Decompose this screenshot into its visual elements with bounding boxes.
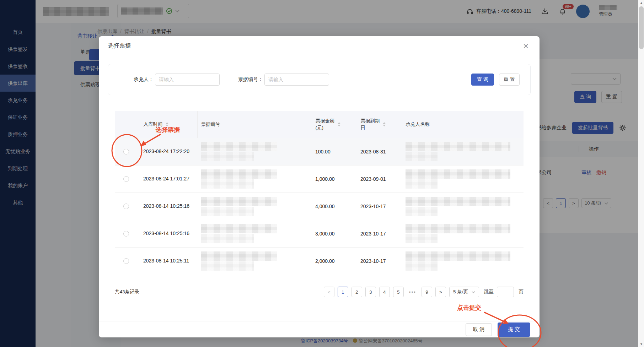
redacted-bill-number	[201, 234, 254, 243]
scrollbar-thumb[interactable]	[639, 6, 644, 49]
redacted-acceptor-name	[406, 224, 510, 233]
bill-radio-cell	[115, 138, 140, 165]
bill-time-cell: 2023-08-14 10:25:16	[140, 220, 197, 247]
next-page-button[interactable]: >	[435, 287, 446, 297]
bill-number-cell	[197, 220, 312, 247]
modal-pagination-row: 共43条记录 <12345•••9>5 条/页跳至页	[115, 287, 524, 297]
bill-radio[interactable]	[123, 176, 129, 182]
redacted-bill-number	[201, 207, 254, 216]
sort-caret-icon[interactable]	[383, 122, 386, 126]
bill-number-cell	[197, 138, 312, 165]
redacted-bill-number	[201, 261, 254, 271]
bill-radio[interactable]	[123, 258, 129, 264]
page-button-3[interactable]: 3	[365, 287, 376, 297]
redacted-acceptor-name	[406, 179, 438, 189]
bill-time-cell: 2023-08-14 10:25:11	[140, 247, 197, 275]
redacted-bill-number	[201, 224, 277, 233]
page-button-2[interactable]: 2	[351, 287, 362, 297]
scroll-up-arrow[interactable]: ▲	[638, 0, 644, 6]
jump-unit-label: 页	[519, 289, 524, 295]
bill-due-date-cell: 2023-10-17	[357, 247, 402, 275]
redacted-acceptor-name	[406, 207, 438, 216]
page-button-1[interactable]: 1	[338, 287, 348, 297]
bill-number-cell	[197, 165, 312, 193]
prev-page-button[interactable]: <	[324, 287, 334, 297]
due-date-column-header[interactable]: 票据到期日	[357, 111, 402, 138]
page-button-9[interactable]: 9	[422, 287, 432, 297]
modal-query-button[interactable]: 查 询	[471, 74, 494, 86]
bill-time: 2023-08-14 10:25:16	[143, 230, 197, 237]
amount-column-header[interactable]: 票据金额(元)	[312, 111, 357, 138]
bill-amount-cell: 3,000.00	[312, 220, 357, 247]
bill-radio[interactable]	[123, 204, 129, 209]
select-bill-modal: 选择票据 ✕ 承兑人： 票据编号： 查 询 重 置 入库时间 票据编号 票据金额…	[99, 36, 540, 337]
bill-amount-cell: 1,000.00	[312, 165, 357, 193]
scrollbar[interactable]: ▲ ▼	[638, 0, 644, 347]
bill-amount-cell: 2,000.00	[312, 247, 357, 275]
total-records-text: 共43条记录	[115, 289, 139, 295]
bill-acceptor-cell	[402, 247, 524, 275]
redacted-acceptor-name	[406, 197, 510, 206]
modal-reset-button[interactable]: 重 置	[499, 74, 520, 86]
bill-row: 2023-08-14 10:25:163,000.002023-10-17	[115, 220, 524, 247]
bill-row: 2023-08-24 17:22:20100.002023-08-31	[115, 138, 524, 165]
bill-radio-cell	[115, 220, 140, 247]
bill-row: 2023-08-24 17:01:271,000.002023-09-01	[115, 165, 524, 193]
bill-number-cell	[197, 247, 312, 275]
page-ellipsis: •••	[407, 287, 418, 297]
bill-number-cell	[197, 193, 312, 220]
acceptor-label: 承兑人：	[134, 76, 154, 83]
bill-due-date-cell: 2023-09-01	[357, 165, 402, 193]
bill-row: 2023-08-14 10:25:164,000.002023-10-17	[115, 193, 524, 220]
modal-header: 选择票据 ✕	[99, 36, 540, 56]
bill-no-input[interactable]	[264, 74, 329, 86]
redacted-acceptor-name	[406, 169, 510, 179]
page-size-value: 5 条/页	[453, 289, 468, 295]
acceptor-column-header: 承兑人名称	[402, 111, 524, 138]
jump-page-input[interactable]	[497, 287, 514, 297]
bill-time-cell: 2023-08-24 17:01:27	[140, 165, 197, 193]
app-root: 首页供票签发供票签收供票出库承兑业务保证业务质押业务无忧贴业务到期处理我的账户其…	[0, 0, 644, 347]
bill-table: 入库时间 票据编号 票据金额(元) 票据到期日 承兑人名称 2023-08-24…	[115, 111, 524, 275]
page-button-4[interactable]: 4	[379, 287, 390, 297]
bill-time: 2023-08-14 10:25:16	[143, 202, 197, 210]
bill-time-cell: 2023-08-24 17:22:20	[140, 138, 197, 165]
time-column-header[interactable]: 入库时间	[140, 111, 197, 138]
sort-caret-icon[interactable]	[166, 122, 168, 126]
redacted-bill-number	[201, 142, 277, 151]
bill-radio-cell	[115, 247, 140, 275]
redacted-acceptor-name	[406, 234, 438, 243]
sort-caret-icon[interactable]	[338, 122, 340, 126]
submit-button[interactable]: 提 交	[498, 322, 530, 337]
scroll-down-arrow[interactable]: ▼	[638, 341, 644, 347]
chevron-down-icon	[472, 291, 475, 293]
bill-acceptor-cell	[402, 220, 524, 247]
bill-radio[interactable]	[123, 149, 129, 154]
bill-time-cell: 2023-08-14 10:25:16	[140, 193, 197, 220]
bill-acceptor-cell	[402, 193, 524, 220]
redacted-acceptor-name	[406, 152, 438, 161]
bill-radio-cell	[115, 193, 140, 220]
page-button-5[interactable]: 5	[393, 287, 404, 297]
redacted-bill-number	[201, 197, 277, 206]
redacted-acceptor-name	[406, 142, 510, 151]
bill-time: 2023-08-24 17:22:20	[143, 148, 197, 155]
modal-title: 选择票据	[108, 42, 131, 50]
jump-to-label: 跳至	[484, 289, 494, 295]
bill-no-label: 票据编号：	[238, 76, 263, 83]
radio-column-header	[115, 111, 140, 138]
bill-time: 2023-08-24 17:01:27	[143, 175, 197, 183]
page-size-select[interactable]: 5 条/页	[449, 287, 479, 297]
redacted-acceptor-name	[406, 261, 438, 271]
redacted-bill-number	[201, 251, 277, 261]
bill-row: 2023-08-14 10:25:112,000.002023-10-17	[115, 247, 524, 275]
bill-radio[interactable]	[123, 231, 129, 237]
redacted-bill-number	[201, 169, 277, 179]
close-icon[interactable]: ✕	[523, 43, 529, 50]
acceptor-input[interactable]	[155, 74, 220, 86]
cancel-button[interactable]: 取 消	[466, 323, 492, 336]
redacted-bill-number	[201, 179, 254, 189]
bill-radio-cell	[115, 165, 140, 193]
bill-due-date-cell: 2023-10-17	[357, 193, 402, 220]
modal-footer: 取 消 提 交	[99, 321, 540, 337]
